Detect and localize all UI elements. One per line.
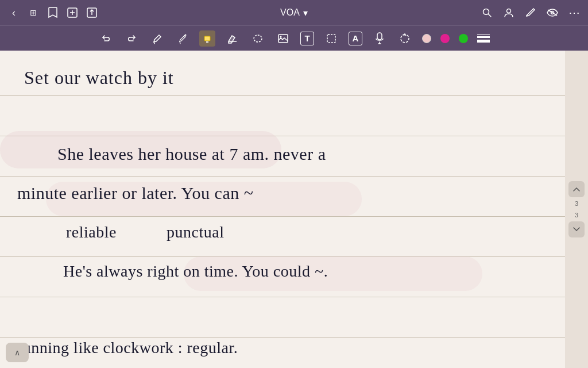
pencil-tool[interactable] bbox=[174, 30, 190, 47]
undo-button[interactable] bbox=[98, 30, 114, 47]
svg-rect-5 bbox=[204, 36, 210, 41]
page-indicator: 3 3 bbox=[574, 200, 579, 219]
title-text: VOA bbox=[280, 7, 300, 18]
svg-text:He's always right on time. You: He's always right on time. You could ~. bbox=[63, 262, 328, 280]
svg-text:reliable: reliable bbox=[66, 223, 117, 241]
top-bar-left: ‹ ⊞ bbox=[7, 6, 195, 20]
line-medium[interactable] bbox=[477, 36, 490, 38]
lasso-tool[interactable] bbox=[250, 30, 266, 47]
rotate-tool[interactable] bbox=[397, 30, 413, 47]
top-bar-right: ⋯ bbox=[393, 6, 581, 20]
export-button[interactable] bbox=[85, 6, 99, 20]
bookmark-button[interactable] bbox=[46, 6, 60, 20]
image-tool[interactable] bbox=[275, 30, 291, 47]
scroll-up-button[interactable] bbox=[568, 181, 585, 197]
svg-text:She leaves her house at 7 am. : She leaves her house at 7 am. never a bbox=[57, 144, 326, 163]
textbox-tool[interactable]: A bbox=[349, 32, 362, 45]
svg-text:punctual: punctual bbox=[167, 223, 224, 241]
shape-tool[interactable] bbox=[323, 30, 339, 47]
svg-point-6 bbox=[254, 35, 262, 42]
right-panel: 3 3 bbox=[565, 51, 588, 368]
scroll-down-button[interactable] bbox=[568, 221, 585, 237]
svg-point-3 bbox=[507, 9, 511, 13]
expand-button[interactable]: ∧ bbox=[6, 343, 29, 362]
page-current: 3 bbox=[574, 200, 579, 208]
note-canvas[interactable]: Set our watch by it She leaves her house… bbox=[0, 51, 565, 368]
highlighter-tool[interactable] bbox=[199, 30, 215, 47]
color-green[interactable] bbox=[459, 34, 468, 43]
expand-icon: ∧ bbox=[14, 348, 20, 357]
line-thick[interactable] bbox=[477, 40, 490, 43]
pen-tool[interactable] bbox=[149, 30, 165, 47]
eraser-tool[interactable] bbox=[225, 30, 241, 47]
top-bar: ‹ ⊞ VOA ▾ bbox=[0, 0, 588, 25]
svg-text:Set our watch by it: Set our watch by it bbox=[24, 67, 174, 88]
note-svg: Set our watch by it She leaves her house… bbox=[0, 51, 565, 368]
document-title[interactable]: VOA ▾ bbox=[200, 7, 388, 18]
add-page-button[interactable] bbox=[65, 6, 79, 20]
grid-button[interactable]: ⊞ bbox=[26, 6, 40, 20]
svg-rect-9 bbox=[327, 34, 335, 43]
hide-icon[interactable] bbox=[546, 6, 559, 20]
text-tool[interactable]: T bbox=[300, 32, 314, 45]
redo-button[interactable] bbox=[123, 30, 140, 47]
more-icon[interactable]: ⋯ bbox=[567, 6, 581, 20]
edit-icon[interactable] bbox=[524, 6, 537, 20]
svg-point-8 bbox=[280, 36, 282, 37]
toolbar: T A bbox=[0, 25, 588, 51]
svg-rect-10 bbox=[377, 33, 382, 40]
mic-tool[interactable] bbox=[372, 30, 388, 47]
svg-text:running like clockwork      : : running like clockwork : regular. bbox=[17, 339, 238, 356]
main-area: Set our watch by it She leaves her house… bbox=[0, 51, 588, 368]
line-thin[interactable] bbox=[477, 34, 490, 34]
line-widths bbox=[477, 34, 490, 43]
search-icon[interactable] bbox=[480, 6, 494, 20]
svg-text:minute  earlier or later. You : minute earlier or later. You can ~ bbox=[17, 183, 253, 202]
dropdown-icon: ▾ bbox=[303, 7, 308, 18]
color-magenta[interactable] bbox=[440, 34, 450, 43]
person-icon[interactable] bbox=[502, 6, 516, 20]
color-pink[interactable] bbox=[422, 34, 431, 43]
back-button[interactable]: ‹ bbox=[7, 6, 21, 20]
page-total: 3 bbox=[574, 211, 579, 219]
